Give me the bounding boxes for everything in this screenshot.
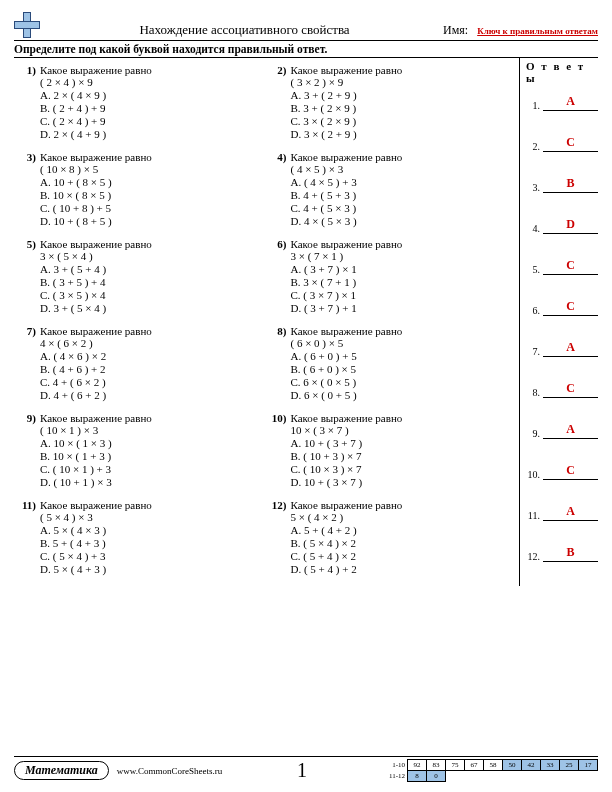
problem-expression: ( 4 × 5 ) × 3	[291, 163, 510, 175]
answer-value: C	[543, 381, 598, 398]
problem-option: A. ( 4 × 6 ) × 2	[40, 350, 259, 362]
header: Нахождение ассоциативного свойства Имя: …	[14, 12, 598, 41]
problem-option: A. ( 4 × 5 ) + 3	[291, 176, 510, 188]
score-row-label: 11-12	[382, 771, 408, 782]
problem-option: A. ( 6 + 0 ) + 5	[291, 350, 510, 362]
problem-option: D. ( 3 + 7 ) + 1	[291, 302, 510, 314]
problem-question: Какое выражение равно	[291, 325, 510, 337]
problem-body: Какое выражение равно( 5 × 4 ) × 3A. 5 ×…	[40, 499, 259, 576]
problem-option: B. ( 2 + 4 ) + 9	[40, 102, 259, 114]
answer-value: A	[543, 94, 598, 111]
problem-option: B. 10 × ( 1 + 3 )	[40, 450, 259, 462]
problem-number: 12)	[267, 499, 291, 576]
problem-option: C. ( 10 × 3 ) × 7	[291, 463, 510, 475]
answer-line: 12.B	[526, 545, 598, 562]
problem-option: C. ( 10 + 8 ) + 5	[40, 202, 259, 214]
problem-option: C. ( 2 × 4 ) + 9	[40, 115, 259, 127]
problem-option: B. 3 × ( 7 + 1 )	[291, 276, 510, 288]
problem-number: 3)	[16, 151, 40, 228]
answer-value: A	[543, 422, 598, 439]
problem-option: A. 10 + ( 8 × 5 )	[40, 176, 259, 188]
problem-body: Какое выражение равно( 2 × 4 ) × 9A. 2 ×…	[40, 64, 259, 141]
problem: 4)Какое выражение равно( 4 × 5 ) × 3A. (…	[265, 151, 516, 238]
problem-expression: 10 × ( 3 × 7 )	[291, 424, 510, 436]
problem-option: D. 3 + ( 5 × 4 )	[40, 302, 259, 314]
problem-option: D. 6 × ( 0 + 5 )	[291, 389, 510, 401]
problem-question: Какое выражение равно	[40, 325, 259, 337]
problem-body: Какое выражение равно( 3 × 2 ) × 9A. 3 +…	[291, 64, 510, 141]
problem-number: 11)	[16, 499, 40, 576]
answer-value: B	[543, 176, 598, 193]
problem-number: 8)	[267, 325, 291, 402]
worksheet-page: Нахождение ассоциативного свойства Имя: …	[0, 0, 612, 792]
answer-line: 8.C	[526, 381, 598, 398]
score-cell: 58	[484, 760, 503, 771]
problem: 10)Какое выражение равно10 × ( 3 × 7 )A.…	[265, 412, 516, 499]
answer-number: 10.	[526, 469, 540, 480]
page-number: 1	[222, 759, 382, 782]
problem-body: Какое выражение равно4 × ( 6 × 2 )A. ( 4…	[40, 325, 259, 402]
score-cell: 83	[427, 760, 446, 771]
answers-title: О т в е т ы	[526, 60, 598, 84]
subject-box: Математика	[14, 761, 109, 780]
problem-option: D. 4 + ( 6 + 2 )	[40, 389, 259, 401]
footer: Математика www.CommonCoreSheets.ru 1 1-1…	[14, 756, 598, 782]
problem-expression: 4 × ( 6 × 2 )	[40, 337, 259, 349]
problem-option: D. ( 10 + 1 ) × 3	[40, 476, 259, 488]
problem-question: Какое выражение равно	[40, 499, 259, 511]
answer-key-link[interactable]: Ключ к правильным ответам	[477, 26, 598, 36]
problem-expression: ( 10 × 1 ) × 3	[40, 424, 259, 436]
problem-option: C. ( 3 × 5 ) × 4	[40, 289, 259, 301]
score-cell: 67	[465, 760, 484, 771]
problem-option: C. 4 + ( 6 × 2 )	[40, 376, 259, 388]
score-row-label: 1-10	[382, 760, 408, 771]
answer-value: A	[543, 504, 598, 521]
problem-option: C. ( 5 + 4 ) × 2	[291, 550, 510, 562]
problem-number: 9)	[16, 412, 40, 489]
name-field: Имя: Ключ к правильным ответам	[443, 23, 598, 38]
answer-line: 11.A	[526, 504, 598, 521]
problem-option: D. 10 + ( 3 × 7 )	[291, 476, 510, 488]
problem-option: C. 3 × ( 2 × 9 )	[291, 115, 510, 127]
problem: 5)Какое выражение равно3 × ( 5 × 4 )A. 3…	[14, 238, 265, 325]
problem-question: Какое выражение равно	[40, 64, 259, 76]
problem-question: Какое выражение равно	[40, 151, 259, 163]
answer-number: 3.	[526, 182, 540, 193]
problem-body: Какое выражение равно10 × ( 3 × 7 )A. 10…	[291, 412, 510, 489]
problem-option: B. ( 5 × 4 ) × 2	[291, 537, 510, 549]
answer-value: C	[543, 135, 598, 152]
answer-line: 7.A	[526, 340, 598, 357]
problem-question: Какое выражение равно	[40, 412, 259, 424]
problem-expression: 3 × ( 5 × 4 )	[40, 250, 259, 262]
score-grid: 1-109283756758504233251711-1280	[382, 759, 598, 782]
instruction: Определите под какой буквой находится пр…	[14, 43, 598, 58]
problem-option: D. 3 × ( 2 + 9 )	[291, 128, 510, 140]
score-cell: 17	[579, 760, 598, 771]
problem-option: D. 5 × ( 4 + 3 )	[40, 563, 259, 575]
answer-number: 7.	[526, 346, 540, 357]
problem-option: B. 4 + ( 5 + 3 )	[291, 189, 510, 201]
problem-option: D. 10 + ( 8 + 5 )	[40, 215, 259, 227]
answer-line: 5.C	[526, 258, 598, 275]
score-cell: 33	[541, 760, 560, 771]
answer-number: 9.	[526, 428, 540, 439]
score-cell: 0	[427, 771, 446, 782]
problem-body: Какое выражение равно5 × ( 4 × 2 )A. 5 +…	[291, 499, 510, 576]
problem-option: C. ( 5 × 4 ) + 3	[40, 550, 259, 562]
problem: 11)Какое выражение равно( 5 × 4 ) × 3A. …	[14, 499, 265, 586]
problem: 6)Какое выражение равно3 × ( 7 × 1 )A. (…	[265, 238, 516, 325]
answers-column: О т в е т ы 1.A2.C3.B4.D5.C6.C7.A8.C9.A1…	[519, 58, 598, 586]
answer-number: 6.	[526, 305, 540, 316]
answer-line: 6.C	[526, 299, 598, 316]
problem-expression: ( 6 × 0 ) × 5	[291, 337, 510, 349]
problem-body: Какое выражение равно( 10 × 8 ) × 5A. 10…	[40, 151, 259, 228]
problem-option: B. 10 × ( 8 × 5 )	[40, 189, 259, 201]
problem-number: 6)	[267, 238, 291, 315]
problem-body: Какое выражение равно3 × ( 7 × 1 )A. ( 3…	[291, 238, 510, 315]
problem: 2)Какое выражение равно( 3 × 2 ) × 9A. 3…	[265, 64, 516, 151]
problem-expression: 5 × ( 4 × 2 )	[291, 511, 510, 523]
problem: 12)Какое выражение равно5 × ( 4 × 2 )A. …	[265, 499, 516, 586]
score-cell: 25	[560, 760, 579, 771]
problem-option: A. 5 × ( 4 × 3 )	[40, 524, 259, 536]
problem-expression: ( 10 × 8 ) × 5	[40, 163, 259, 175]
